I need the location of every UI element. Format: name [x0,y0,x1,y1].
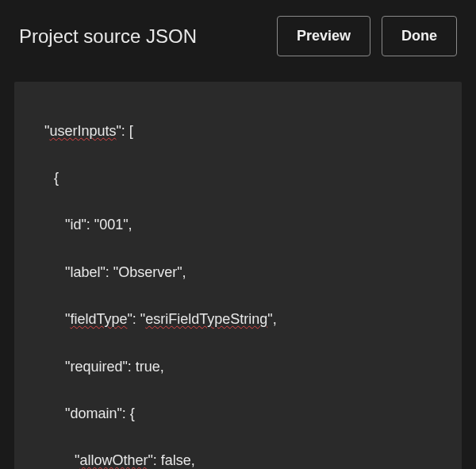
spell-underline: esriFieldTypeString [145,311,267,327]
dialog-header: Project source JSON Preview Done [0,0,476,72]
preview-button[interactable]: Preview [277,16,370,56]
done-button[interactable]: Done [382,16,457,56]
button-group: Preview Done [277,16,457,56]
spell-underline: fieldType [70,311,127,327]
spell-underline: userInputs [49,123,116,139]
json-editor[interactable]: "userInputs": [ { "id": "001", "label": … [14,82,462,469]
spell-underline: allowOther [79,452,148,468]
json-code-content: "userInputs": [ { "id": "001", "label": … [25,96,451,469]
dialog-title: Project source JSON [19,25,197,48]
